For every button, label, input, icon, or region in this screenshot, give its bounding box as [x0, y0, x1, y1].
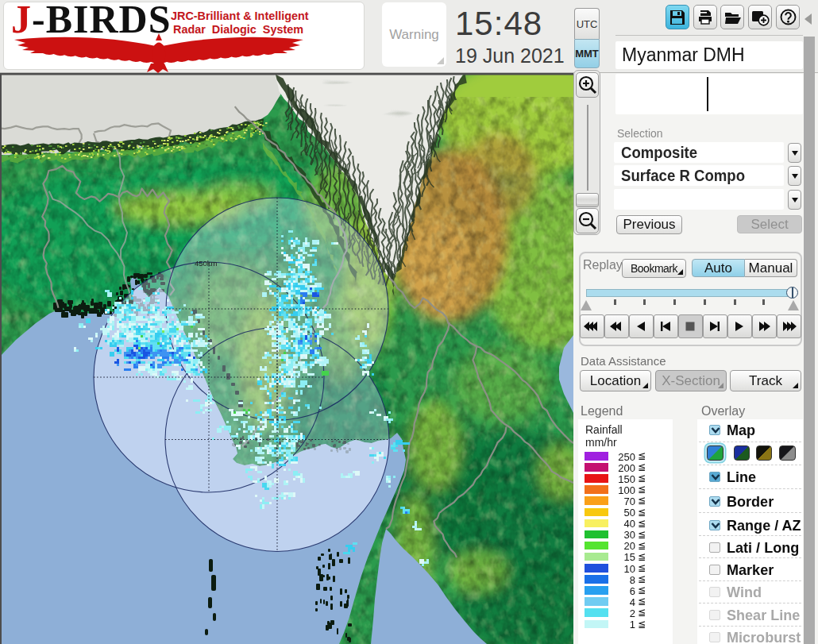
svg-text:450km: 450km: [195, 259, 218, 268]
